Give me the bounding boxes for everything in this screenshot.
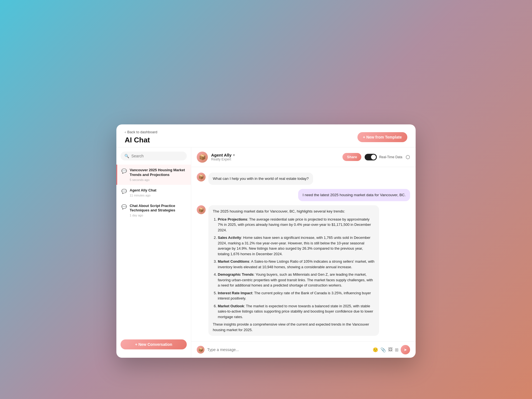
search-icon: 🔍: [124, 154, 129, 158]
list-item: Market Outlook: The market is expected t…: [218, 303, 375, 320]
message-text: What can I help you with in the world of…: [213, 177, 309, 181]
agent-avatar: 📦: [197, 152, 208, 163]
closing-text: These insights provide a comprehensive v…: [213, 322, 375, 332]
chat-item-content: Agent Ally Chat 11 minutes ago: [130, 188, 187, 197]
app-header: ‹ Back to dashboard AI Chat + New from T…: [116, 124, 416, 147]
grid-icon[interactable]: ⊞: [395, 347, 398, 352]
header-left: ‹ Back to dashboard AI Chat: [125, 130, 157, 144]
message-bubble-user: I need the latest 2025 housing market da…: [298, 189, 410, 201]
chat-input-row: 📦 🙂 📎 🖼 ⊞ ➤: [191, 341, 416, 358]
agent-name: Agent Ally: [211, 153, 232, 157]
input-actions: 🙂 📎 🖼 ⊞ ➤: [373, 345, 410, 354]
message-avatar: 📦: [197, 173, 206, 181]
chat-item-agent-ally[interactable]: 💬 Agent Ally Chat 11 minutes ago: [116, 185, 191, 200]
list-item: Demographic Trends: Young buyers, such a…: [218, 272, 375, 288]
page-title: AI Chat: [125, 136, 157, 144]
attachment-icon[interactable]: 📎: [380, 347, 386, 352]
chat-item-content: Chat About Script Practice Techniques an…: [130, 204, 187, 217]
chat-item-vancouver-2025[interactable]: 💬 Vancouver 2025 Housing Market Trends a…: [116, 165, 191, 185]
chat-item-time: 11 minutes ago: [130, 194, 187, 197]
agent-info: Agent Ally ▾ Realty Expert: [211, 153, 342, 161]
chat-item-time: 5 seconds ago: [130, 178, 187, 181]
agent-points-list: Price Projections: The average residenti…: [213, 217, 375, 320]
chat-icon: 💬: [121, 168, 127, 174]
new-from-template-button[interactable]: + New from Template: [357, 132, 407, 142]
chat-item-content: Vancouver 2025 Housing Market Trends and…: [130, 168, 187, 181]
content-area: 🔍 💬 Vancouver 2025 Housing Market Trends…: [116, 147, 416, 358]
chat-list: 💬 Vancouver 2025 Housing Market Trends a…: [116, 165, 191, 335]
message-row-agent-response: 📦 The 2025 housing market data for Vanco…: [197, 205, 410, 336]
input-avatar: 📦: [197, 346, 204, 354]
send-button[interactable]: ➤: [401, 345, 410, 354]
app-window: ‹ Back to dashboard AI Chat + New from T…: [116, 124, 416, 358]
export-icon[interactable]: ⬡: [406, 154, 410, 160]
agent-name-row: Agent Ally ▾: [211, 153, 342, 157]
list-item: Market Conditions: A Sales-to-New Listin…: [218, 259, 375, 270]
back-arrow-icon: ‹: [125, 130, 126, 134]
chat-icon: 💬: [121, 204, 127, 209]
messages-area: 📦 What can I help you with in the world …: [191, 167, 416, 341]
chat-area: 📦 Agent Ally ▾ Realty Expert Share Real-…: [191, 147, 416, 358]
search-box: 🔍: [121, 152, 187, 160]
message-text: I need the latest 2025 housing market da…: [303, 193, 406, 197]
back-to-dashboard-link[interactable]: ‹ Back to dashboard: [125, 130, 157, 134]
agent-avatar-image: 📦: [197, 152, 208, 163]
chat-item-title: Vancouver 2025 Housing Market Trends and…: [130, 168, 187, 177]
search-input[interactable]: [131, 154, 183, 158]
new-conversation-button[interactable]: + New Conversation: [121, 339, 187, 349]
search-container: 🔍: [116, 152, 191, 165]
message-input[interactable]: [207, 347, 370, 352]
list-item: Sales Activity: Home sales have seen a s…: [218, 235, 375, 257]
message-row-user: I need the latest 2025 housing market da…: [197, 189, 410, 201]
chat-item-title: Agent Ally Chat: [130, 188, 187, 193]
image-icon[interactable]: 🖼: [388, 347, 393, 352]
chat-item-time: 1 day ago: [130, 214, 187, 217]
toggle-container: Real-Time Data: [365, 154, 402, 160]
sidebar: 🔍 💬 Vancouver 2025 Housing Market Trends…: [116, 147, 191, 358]
message-bubble: What can I help you with in the world of…: [208, 173, 313, 185]
agent-intro: The 2025 housing market data for Vancouv…: [213, 209, 375, 214]
realtime-data-label: Real-Time Data: [379, 155, 402, 159]
message-bubble-agent: The 2025 housing market data for Vancouv…: [208, 205, 379, 336]
chat-header-actions: Share Real-Time Data ⬡: [342, 153, 410, 161]
list-item: Interest Rate Impact: The current policy…: [218, 290, 375, 301]
chat-item-title: Chat About Script Practice Techniques an…: [130, 204, 187, 213]
list-item: Price Projections: The average residenti…: [218, 217, 375, 233]
chevron-down-icon[interactable]: ▾: [233, 153, 235, 157]
chat-icon: 💬: [121, 189, 127, 194]
message-avatar: 📦: [197, 205, 206, 214]
chat-item-script-practice[interactable]: 💬 Chat About Script Practice Techniques …: [116, 200, 191, 221]
emoji-icon[interactable]: 🙂: [373, 347, 378, 352]
agent-role: Realty Expert: [211, 157, 342, 161]
chat-header: 📦 Agent Ally ▾ Realty Expert Share Real-…: [191, 147, 416, 167]
message-row: 📦 What can I help you with in the world …: [197, 173, 410, 185]
share-button[interactable]: Share: [342, 153, 361, 161]
realtime-data-toggle[interactable]: [365, 154, 377, 160]
back-label: Back to dashboard: [127, 130, 157, 134]
